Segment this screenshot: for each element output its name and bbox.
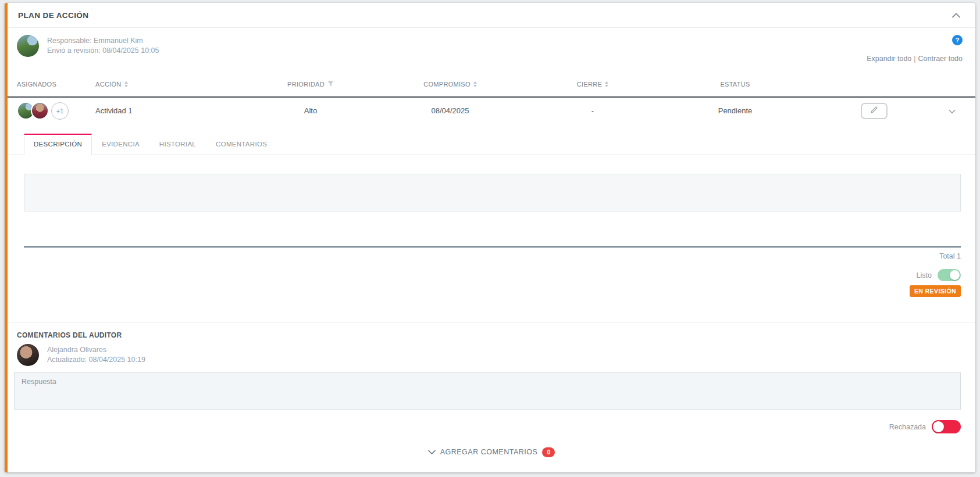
column-cierre[interactable]: CIERRE [537, 81, 648, 88]
chevron-down-icon [949, 106, 956, 116]
auditor-comments-heading: COMENTARIOS DEL AUDITOR [17, 331, 975, 339]
listo-label: Listo [917, 271, 932, 279]
column-compromiso-label: COMPROMISO [423, 81, 471, 88]
chevron-up-icon [952, 11, 960, 20]
filter-icon [327, 81, 334, 88]
table-header: ASIGNADOS ACCIÓN PRIORIDAD COMPROMISO CI… [8, 72, 975, 98]
row-expander-button[interactable] [946, 103, 958, 119]
cell-compromiso: 08/04/2025 [363, 106, 537, 115]
column-prioridad[interactable]: PRIORIDAD [258, 81, 363, 88]
comment-count-badge: 0 [542, 447, 555, 457]
column-cierre-label: CIERRE [577, 81, 602, 88]
avatar [31, 102, 49, 120]
collapse-panel-button[interactable] [950, 9, 963, 22]
collapse-all-link[interactable]: Contraer todo [918, 55, 963, 63]
cell-prioridad: Alto [258, 106, 363, 115]
toggle-knob [950, 270, 960, 280]
tab-evidencia[interactable]: EVIDENCIA [92, 134, 149, 155]
toggle-knob [933, 421, 944, 432]
responsible-avatar [17, 35, 39, 57]
responsible-section: Responsable: Emmanuel Kim Envió a revisi… [8, 28, 975, 63]
column-accion[interactable]: ACCIÓN [95, 81, 258, 88]
help-icon[interactable]: ? [952, 35, 963, 45]
rechazada-label: Rechazada [889, 423, 926, 431]
agregar-comentarios-button[interactable]: AGREGAR COMENTARIOS 0 [8, 440, 975, 464]
column-estatus-label: ESTATUS [720, 81, 750, 88]
auditor-name: Alejandra Olivares [47, 345, 145, 355]
extra-assignees-badge[interactable]: +1 [51, 102, 69, 120]
expand-all-link[interactable]: Expandir todo [867, 55, 911, 63]
sent-to-review-date: Envió a revisión: 08/04/2025 10:05 [47, 46, 159, 56]
chevron-down-icon [428, 447, 436, 457]
column-asignados: ASIGNADOS [17, 81, 95, 88]
rechazada-toggle[interactable] [932, 420, 961, 433]
auditor-section-divider [8, 322, 975, 322]
responsible-name: Responsable: Emmanuel Kim [47, 36, 159, 46]
detail-tabs: DESCRIPCIÓN EVIDENCIA HISTORIAL COMENTAR… [8, 134, 975, 155]
agregar-comentarios-label: AGREGAR COMENTARIOS [440, 448, 538, 456]
panel-header: PLAN DE ACCIÓN [8, 3, 975, 28]
sort-icon [605, 81, 608, 87]
pencil-icon [870, 106, 878, 116]
total-count: Total 1 [939, 252, 961, 260]
cell-estatus: Pendiente [648, 106, 822, 115]
auditor-updated-date: Actualizado: 08/04/2025 10:19 [47, 355, 145, 365]
sort-icon [473, 81, 477, 87]
column-prioridad-label: PRIORIDAD [287, 81, 325, 88]
sort-icon [124, 81, 128, 87]
respuesta-textarea[interactable] [14, 372, 961, 410]
tab-descripcion[interactable]: DESCRIPCIÓN [24, 134, 92, 155]
links-divider: | [914, 55, 915, 63]
edit-activity-button[interactable] [861, 103, 888, 119]
cell-cierre: - [537, 106, 648, 115]
column-accion-label: ACCIÓN [95, 81, 122, 88]
page-title: PLAN DE ACCIÓN [18, 11, 88, 20]
tab-historial[interactable]: HISTORIAL [149, 134, 206, 155]
description-content-box [24, 174, 961, 211]
auditor-info: Alejandra Olivares Actualizado: 08/04/20… [8, 339, 975, 366]
action-plan-panel: PLAN DE ACCIÓN Responsable: Emmanuel Kim… [5, 3, 975, 472]
auditor-avatar [17, 344, 39, 366]
cell-accion: Actividad 1 [95, 106, 258, 115]
column-compromiso[interactable]: COMPROMISO [363, 81, 537, 88]
tab-comentarios[interactable]: COMENTARIOS [206, 134, 277, 155]
column-asignados-label: ASIGNADOS [17, 81, 56, 88]
status-badge: EN REVISIÓN [910, 285, 961, 297]
table-row: +1 Actividad 1 Alto 08/04/2025 - Pendien… [8, 98, 975, 124]
listo-toggle[interactable] [938, 269, 961, 281]
column-estatus: ESTATUS [648, 81, 822, 88]
expand-collapse-links: Expandir todo|Contraer todo [867, 55, 963, 63]
assignee-avatars: +1 [17, 102, 95, 120]
